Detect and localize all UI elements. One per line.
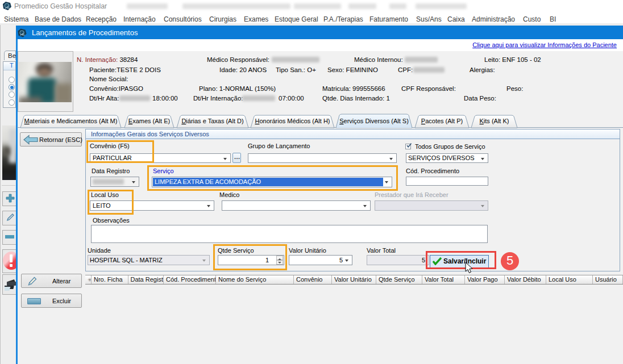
svg-text:Kits (Alt K): Kits (Alt K) [480,118,509,124]
svg-text:Pacotes (Alt P): Pacotes (Alt P) [421,118,463,124]
svg-text:Materiais e Medicamentos (Alt: Materiais e Medicamentos (Alt M) [24,118,118,124]
svg-text:Diárias e Taxas (Alt D): Diárias e Taxas (Alt D) [181,118,243,124]
svg-text:Serviços Diversos (Alt S): Serviços Diversos (Alt S) [339,118,409,124]
svg-text:Honorários Médicos (Alt H): Honorários Médicos (Alt H) [255,118,330,124]
svg-text:Exames (Alt E): Exames (Alt E) [128,118,170,124]
